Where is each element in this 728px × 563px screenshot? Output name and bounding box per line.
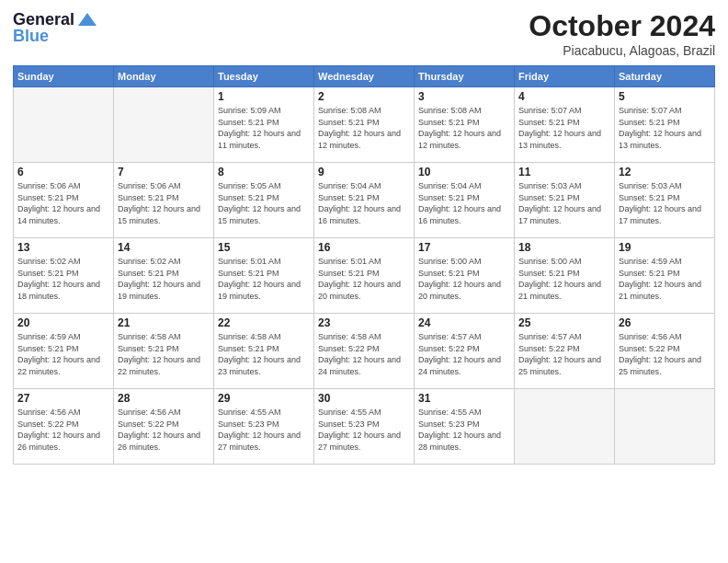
title-block: October 2024 Piacabucu, Alagoas, Brazil: [529, 9, 715, 58]
day-info: Sunrise: 4:56 AM Sunset: 5:22 PM Dayligh…: [17, 407, 109, 453]
day-number: 4: [518, 90, 610, 103]
calendar-week-row: 1Sunrise: 5:09 AM Sunset: 5:21 PM Daylig…: [14, 87, 715, 163]
day-info: Sunrise: 4:59 AM Sunset: 5:21 PM Dayligh…: [619, 256, 711, 302]
calendar-cell: [515, 389, 615, 465]
day-info: Sunrise: 5:02 AM Sunset: 5:21 PM Dayligh…: [17, 256, 109, 302]
calendar-cell: 5Sunrise: 5:07 AM Sunset: 5:21 PM Daylig…: [615, 87, 715, 163]
calendar-cell: 1Sunrise: 5:09 AM Sunset: 5:21 PM Daylig…: [214, 87, 314, 163]
weekday-header: Friday: [515, 66, 615, 87]
calendar-cell: 17Sunrise: 5:00 AM Sunset: 5:21 PM Dayli…: [415, 238, 515, 314]
calendar-cell: 13Sunrise: 5:02 AM Sunset: 5:21 PM Dayli…: [14, 238, 114, 314]
day-info: Sunrise: 5:03 AM Sunset: 5:21 PM Dayligh…: [518, 180, 610, 226]
day-info: Sunrise: 5:04 AM Sunset: 5:21 PM Dayligh…: [418, 180, 510, 226]
weekday-header: Tuesday: [214, 66, 314, 87]
day-info: Sunrise: 5:06 AM Sunset: 5:21 PM Dayligh…: [17, 180, 109, 226]
calendar-week-row: 20Sunrise: 4:59 AM Sunset: 5:21 PM Dayli…: [14, 314, 715, 389]
day-number: 21: [118, 316, 210, 329]
day-info: Sunrise: 5:00 AM Sunset: 5:21 PM Dayligh…: [418, 256, 510, 302]
calendar-cell: 15Sunrise: 5:01 AM Sunset: 5:21 PM Dayli…: [214, 238, 314, 314]
calendar-cell: 27Sunrise: 4:56 AM Sunset: 5:22 PM Dayli…: [14, 389, 114, 465]
calendar-cell: 25Sunrise: 4:57 AM Sunset: 5:22 PM Dayli…: [515, 314, 615, 389]
calendar-cell: 26Sunrise: 4:56 AM Sunset: 5:22 PM Dayli…: [615, 314, 715, 389]
day-number: 25: [518, 316, 610, 329]
day-number: 11: [518, 166, 610, 178]
calendar-week-row: 13Sunrise: 5:02 AM Sunset: 5:21 PM Dayli…: [14, 238, 715, 314]
day-number: 15: [218, 241, 310, 254]
day-number: 10: [418, 166, 510, 178]
calendar-cell: 28Sunrise: 4:56 AM Sunset: 5:22 PM Dayli…: [114, 389, 214, 465]
day-info: Sunrise: 4:58 AM Sunset: 5:21 PM Dayligh…: [218, 331, 310, 377]
day-info: Sunrise: 5:04 AM Sunset: 5:21 PM Dayligh…: [318, 180, 410, 226]
weekday-header: Saturday: [615, 66, 715, 87]
day-number: 16: [318, 241, 410, 254]
calendar-cell: 6Sunrise: 5:06 AM Sunset: 5:21 PM Daylig…: [14, 163, 114, 238]
day-number: 31: [418, 392, 510, 405]
calendar-cell: 7Sunrise: 5:06 AM Sunset: 5:21 PM Daylig…: [114, 163, 214, 238]
day-info: Sunrise: 5:03 AM Sunset: 5:21 PM Dayligh…: [619, 180, 711, 226]
day-number: 18: [518, 241, 610, 254]
calendar-week-row: 27Sunrise: 4:56 AM Sunset: 5:22 PM Dayli…: [14, 389, 715, 465]
calendar-cell: 19Sunrise: 4:59 AM Sunset: 5:21 PM Dayli…: [615, 238, 715, 314]
day-info: Sunrise: 5:00 AM Sunset: 5:21 PM Dayligh…: [518, 256, 610, 302]
calendar-cell: 20Sunrise: 4:59 AM Sunset: 5:21 PM Dayli…: [14, 314, 114, 389]
weekday-header: Sunday: [14, 66, 114, 87]
day-info: Sunrise: 4:55 AM Sunset: 5:23 PM Dayligh…: [218, 407, 310, 453]
day-info: Sunrise: 5:01 AM Sunset: 5:21 PM Dayligh…: [218, 256, 310, 302]
day-number: 24: [418, 316, 510, 329]
svg-marker-0: [78, 13, 97, 26]
day-info: Sunrise: 4:57 AM Sunset: 5:22 PM Dayligh…: [518, 331, 610, 377]
day-number: 2: [318, 90, 410, 103]
weekday-header: Wednesday: [314, 66, 415, 87]
weekday-header: Monday: [114, 66, 214, 87]
day-info: Sunrise: 4:58 AM Sunset: 5:22 PM Dayligh…: [318, 331, 410, 377]
calendar-cell: 3Sunrise: 5:08 AM Sunset: 5:21 PM Daylig…: [415, 87, 515, 163]
day-info: Sunrise: 5:09 AM Sunset: 5:21 PM Dayligh…: [218, 105, 310, 151]
day-number: 23: [318, 316, 410, 329]
day-number: 20: [17, 316, 109, 329]
day-info: Sunrise: 5:07 AM Sunset: 5:21 PM Dayligh…: [619, 105, 711, 151]
day-number: 27: [17, 392, 109, 405]
day-info: Sunrise: 4:56 AM Sunset: 5:22 PM Dayligh…: [118, 407, 210, 453]
calendar-cell: 16Sunrise: 5:01 AM Sunset: 5:21 PM Dayli…: [314, 238, 415, 314]
day-number: 12: [619, 166, 711, 178]
day-info: Sunrise: 5:05 AM Sunset: 5:21 PM Dayligh…: [218, 180, 310, 226]
day-number: 30: [318, 392, 410, 405]
calendar-header-row: SundayMondayTuesdayWednesdayThursdayFrid…: [14, 66, 715, 87]
day-info: Sunrise: 5:01 AM Sunset: 5:21 PM Dayligh…: [318, 256, 410, 302]
day-number: 29: [218, 392, 310, 405]
calendar-cell: 12Sunrise: 5:03 AM Sunset: 5:21 PM Dayli…: [615, 163, 715, 238]
day-number: 5: [619, 90, 711, 103]
calendar-cell: 11Sunrise: 5:03 AM Sunset: 5:21 PM Dayli…: [515, 163, 615, 238]
day-number: 13: [17, 241, 109, 254]
day-info: Sunrise: 4:57 AM Sunset: 5:22 PM Dayligh…: [418, 331, 510, 377]
header: General Blue October 2024 Piacabucu, Ala…: [13, 9, 715, 58]
month-title: October 2024: [529, 9, 715, 43]
day-number: 22: [218, 316, 310, 329]
day-number: 8: [218, 166, 310, 178]
calendar-cell: 23Sunrise: 4:58 AM Sunset: 5:22 PM Dayli…: [314, 314, 415, 389]
day-info: Sunrise: 5:02 AM Sunset: 5:21 PM Dayligh…: [118, 256, 210, 302]
day-info: Sunrise: 4:58 AM Sunset: 5:21 PM Dayligh…: [118, 331, 210, 377]
day-info: Sunrise: 4:55 AM Sunset: 5:23 PM Dayligh…: [418, 407, 510, 453]
calendar-cell: 29Sunrise: 4:55 AM Sunset: 5:23 PM Dayli…: [214, 389, 314, 465]
calendar-cell: 4Sunrise: 5:07 AM Sunset: 5:21 PM Daylig…: [515, 87, 615, 163]
calendar-cell: 18Sunrise: 5:00 AM Sunset: 5:21 PM Dayli…: [515, 238, 615, 314]
logo-icon: [76, 9, 98, 31]
calendar-cell: 21Sunrise: 4:58 AM Sunset: 5:21 PM Dayli…: [114, 314, 214, 389]
calendar-cell: 22Sunrise: 4:58 AM Sunset: 5:21 PM Dayli…: [214, 314, 314, 389]
calendar-cell: 10Sunrise: 5:04 AM Sunset: 5:21 PM Dayli…: [415, 163, 515, 238]
calendar-cell: 24Sunrise: 4:57 AM Sunset: 5:22 PM Dayli…: [415, 314, 515, 389]
day-number: 14: [118, 241, 210, 254]
calendar-cell: [615, 389, 715, 465]
day-info: Sunrise: 4:55 AM Sunset: 5:23 PM Dayligh…: [318, 407, 410, 453]
day-info: Sunrise: 4:56 AM Sunset: 5:22 PM Dayligh…: [619, 331, 711, 377]
day-info: Sunrise: 5:08 AM Sunset: 5:21 PM Dayligh…: [318, 105, 410, 151]
day-number: 6: [17, 166, 109, 178]
day-number: 28: [118, 392, 210, 405]
day-number: 1: [218, 90, 310, 103]
day-info: Sunrise: 4:59 AM Sunset: 5:21 PM Dayligh…: [17, 331, 109, 377]
logo: General Blue: [13, 9, 98, 46]
weekday-header: Thursday: [415, 66, 515, 87]
location: Piacabucu, Alagoas, Brazil: [529, 43, 715, 58]
calendar-week-row: 6Sunrise: 5:06 AM Sunset: 5:21 PM Daylig…: [14, 163, 715, 238]
